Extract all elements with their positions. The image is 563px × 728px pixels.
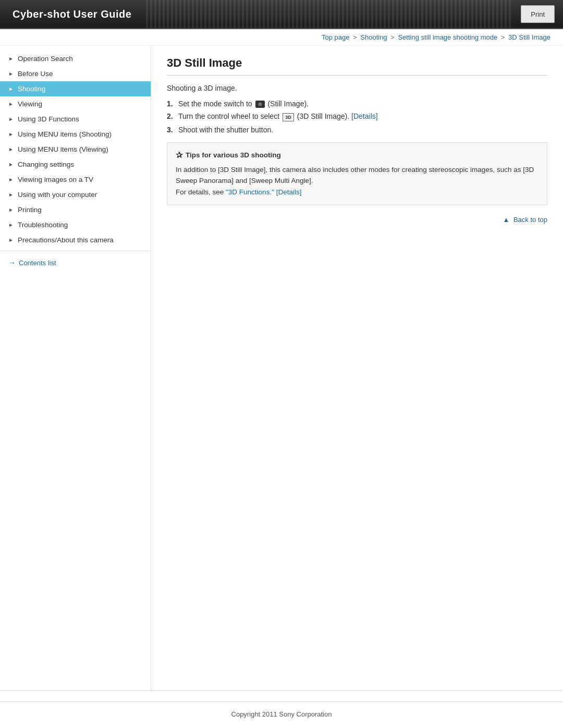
arrow-icon: ► <box>8 116 14 122</box>
steps-list: 1. Set the mode switch to (Still Image).… <box>167 100 547 134</box>
page-title: 3D Still Image <box>167 56 547 76</box>
sidebar-divider <box>0 251 151 251</box>
site-title: Cyber-shot User Guide <box>0 0 144 28</box>
3d-functions-link[interactable]: "3D Functions." [Details] <box>226 188 301 196</box>
contents-list-label: Contents list <box>19 259 56 267</box>
tips-title: ✰ Tips for various 3D shooting <box>176 150 538 160</box>
arrow-icon: ► <box>8 71 14 77</box>
sidebar: ► Operation Search ► Before Use ► Shooti… <box>0 46 151 690</box>
intro-text: Shooting a 3D image. <box>167 84 547 92</box>
back-to-top-label: Back to top <box>513 216 547 224</box>
print-button[interactable]: Print <box>521 5 555 23</box>
sidebar-label: Viewing <box>18 100 42 108</box>
sidebar-label: Changing settings <box>18 161 74 168</box>
3d-mode-icon: 3D <box>283 113 294 121</box>
step-item-2: 2. Turn the control wheel to select 3D (… <box>167 112 547 121</box>
camera-mode-icon <box>255 101 265 108</box>
arrow-icon: ► <box>8 146 14 152</box>
sidebar-item-precautions[interactable]: ► Precautions/About this camera <box>0 232 151 248</box>
sidebar-item-viewing-tv[interactable]: ► Viewing images on a TV <box>0 172 151 187</box>
sidebar-item-changing-settings[interactable]: ► Changing settings <box>0 157 151 172</box>
sidebar-item-menu-viewing[interactable]: ► Using MENU items (Viewing) <box>0 142 151 157</box>
copyright-text: Copyright 2011 Sony Corporation <box>231 710 332 718</box>
sidebar-label: Before Use <box>18 70 53 78</box>
step-num-3: 3. <box>167 126 178 134</box>
breadcrumb-setting-still[interactable]: Setting still image shooting mode <box>398 33 497 41</box>
breadcrumb-sep-3: > <box>501 33 507 41</box>
sidebar-item-before-use[interactable]: ► Before Use <box>0 66 151 81</box>
sidebar-item-3d-functions[interactable]: ► Using 3D Functions <box>0 112 151 127</box>
breadcrumb: Top page > Shooting > Setting still imag… <box>0 29 563 46</box>
up-arrow-icon: ▲ <box>503 216 509 224</box>
arrow-icon: ► <box>8 162 14 167</box>
tips-box: ✰ Tips for various 3D shooting In additi… <box>167 142 547 206</box>
step-content-1: Set the mode switch to (Still Image). <box>178 100 547 108</box>
breadcrumb-3d-still[interactable]: 3D Still Image <box>508 33 550 41</box>
arrow-icon: ► <box>8 237 14 243</box>
step-item-1: 1. Set the mode switch to (Still Image). <box>167 100 547 108</box>
step-content-2: Turn the control wheel to select 3D (3D … <box>178 112 547 121</box>
arrow-icon: ► <box>8 56 14 61</box>
sidebar-label: Shooting <box>18 85 45 93</box>
contents-list-link[interactable]: → Contents list <box>0 254 151 271</box>
step-content-3: Shoot with the shutter button. <box>178 126 547 134</box>
sidebar-label: Viewing images on a TV <box>18 176 93 183</box>
sidebar-item-menu-shooting[interactable]: ► Using MENU items (Shooting) <box>0 127 151 142</box>
step2-details-link[interactable]: [Details] <box>351 112 378 120</box>
breadcrumb-top-page[interactable]: Top page <box>322 33 350 41</box>
arrow-icon: ► <box>8 131 14 137</box>
arrow-icon: ► <box>8 177 14 182</box>
main-content: 3D Still Image Shooting a 3D image. 1. S… <box>151 46 563 690</box>
sidebar-label: Precautions/About this camera <box>18 236 114 244</box>
sidebar-item-printing[interactable]: ► Printing <box>0 202 151 217</box>
page-layout: ► Operation Search ► Before Use ► Shooti… <box>0 46 563 690</box>
sidebar-item-troubleshooting[interactable]: ► Troubleshooting <box>0 217 151 232</box>
page-header: Cyber-shot User Guide Print <box>0 0 563 29</box>
footer-divider: Copyright 2011 Sony Corporation 56 <box>0 690 563 728</box>
back-to-top-link[interactable]: ▲ Back to top <box>503 216 547 224</box>
sidebar-label: Using 3D Functions <box>18 115 79 123</box>
right-arrow-icon: → <box>8 258 16 267</box>
arrow-icon: ► <box>8 86 14 92</box>
tips-icon: ✰ <box>176 150 182 160</box>
sidebar-label: Using with your computer <box>18 191 97 199</box>
header-decoration <box>144 0 512 28</box>
footer: Copyright 2011 Sony Corporation <box>0 701 563 726</box>
breadcrumb-sep-1: > <box>353 33 359 41</box>
arrow-icon: ► <box>8 222 14 228</box>
sidebar-item-viewing[interactable]: ► Viewing <box>0 96 151 112</box>
arrow-icon: ► <box>8 101 14 107</box>
tips-title-text: Tips for various 3D shooting <box>186 151 281 159</box>
sidebar-label: Using MENU items (Shooting) <box>18 130 112 138</box>
back-to-top-row: ▲ Back to top <box>167 216 547 224</box>
step-num-1: 1. <box>167 100 178 108</box>
arrow-icon: ► <box>8 192 14 198</box>
sidebar-label: Troubleshooting <box>18 221 68 229</box>
breadcrumb-shooting[interactable]: Shooting <box>360 33 387 41</box>
sidebar-item-operation-search[interactable]: ► Operation Search <box>0 51 151 66</box>
sidebar-label: Printing <box>18 206 42 214</box>
sidebar-label: Using MENU items (Viewing) <box>18 145 108 153</box>
sidebar-label: Operation Search <box>18 55 73 63</box>
arrow-icon: ► <box>8 207 14 213</box>
breadcrumb-sep-2: > <box>390 33 396 41</box>
sidebar-item-computer[interactable]: ► Using with your computer <box>0 187 151 202</box>
step-item-3: 3. Shoot with the shutter button. <box>167 126 547 134</box>
sidebar-item-shooting[interactable]: ► Shooting <box>0 81 151 96</box>
tips-body: In addition to [3D Still Image], this ca… <box>176 164 538 198</box>
step-num-2: 2. <box>167 112 178 120</box>
